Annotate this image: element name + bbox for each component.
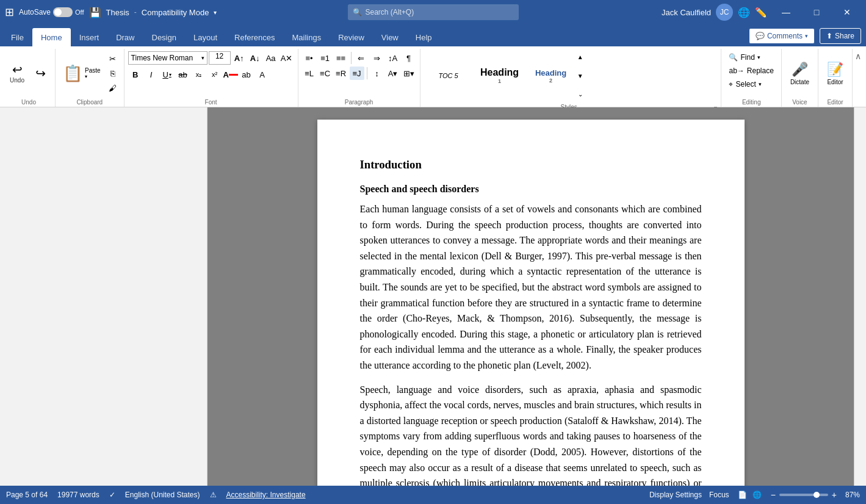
close-button[interactable]: ✕ [833, 0, 861, 24]
tab-home[interactable]: Home [32, 28, 71, 46]
tab-design[interactable]: Design [143, 28, 185, 46]
borders-button[interactable]: ⊞▾ [402, 67, 416, 80]
change-case-button[interactable]: Aa [264, 51, 278, 65]
italic-button[interactable]: I [144, 68, 159, 81]
style-heading1[interactable]: Heading 1 [475, 54, 524, 98]
tab-file[interactable]: File [2, 28, 32, 46]
globe-icon[interactable]: 🌐 [738, 7, 750, 18]
find-icon: 🔍 [729, 53, 738, 62]
comments-button[interactable]: 💬 Comments ▾ [749, 28, 815, 44]
pen-icon[interactable]: ✏️ [755, 7, 767, 18]
find-button[interactable]: 🔍 Find ▾ [725, 51, 763, 63]
redo-button[interactable]: ↩ [29, 65, 51, 82]
minimize-button[interactable]: — [772, 0, 800, 24]
focus-button[interactable]: Focus [709, 491, 729, 499]
font-size-selector[interactable]: 12 [209, 51, 231, 65]
decrease-indent-button[interactable]: ⇐ [354, 51, 369, 65]
strikethrough-button[interactable]: ab [176, 68, 190, 81]
font-name-dropdown[interactable]: ▾ [201, 55, 204, 61]
text-color-button[interactable]: A [255, 68, 270, 81]
comments-dropdown[interactable]: ▾ [805, 33, 808, 39]
subscript-button[interactable]: x₂ [192, 68, 206, 81]
increase-font-button[interactable]: A↑ [232, 51, 247, 65]
tab-mailings[interactable]: Mailings [284, 28, 330, 46]
sort-button[interactable]: ↕A [386, 51, 400, 65]
zoom-slider[interactable] [779, 494, 828, 496]
styles-scroll-arrows[interactable]: ▲ ▼ ⌄ [576, 51, 585, 100]
show-formatting-button[interactable]: ¶ [402, 51, 416, 65]
select-dropdown[interactable]: ▾ [759, 81, 762, 87]
editor-label: Editor [827, 79, 843, 85]
paragraph-1: Each human language consists of a set of… [360, 201, 702, 373]
paragraph-2: Speech, language and voice disorders, su… [360, 382, 702, 486]
copy-button[interactable]: ⎘ [106, 67, 120, 80]
document-area[interactable]: Introduction Speech and speech disorders… [207, 107, 854, 486]
justify-button[interactable]: ≡J [350, 67, 364, 80]
align-left-button[interactable]: ≡L [302, 67, 317, 80]
zoom-out-button[interactable]: − [771, 490, 776, 500]
user-avatar[interactable]: JC [716, 4, 733, 21]
increase-indent-button[interactable]: ⇒ [370, 51, 384, 65]
zoom-in-button[interactable]: + [832, 490, 837, 500]
styles-expand-icon[interactable]: ⌄ [578, 91, 583, 98]
print-layout-button[interactable]: 📄 [737, 489, 749, 501]
paste-dropdown[interactable]: ▾ [85, 74, 101, 79]
decrease-font-button[interactable]: A↓ [248, 51, 262, 65]
tab-draw[interactable]: Draw [107, 28, 143, 46]
numbered-list-button[interactable]: ≡1 [318, 51, 333, 65]
scroll-down-icon[interactable]: ▼ [577, 73, 583, 79]
style-toc5[interactable]: TOC 5 [424, 54, 473, 98]
right-panel [854, 107, 866, 486]
format-painter-button[interactable]: 🖌 [106, 81, 120, 95]
app-grid-icon[interactable]: ⊞ [5, 5, 14, 19]
multilevel-list-button[interactable]: ≡≡ [334, 51, 348, 65]
save-icon[interactable]: 💾 [89, 7, 101, 18]
clear-format-button[interactable]: A✕ [280, 51, 294, 65]
select-button[interactable]: ⌖ Select ▾ [725, 78, 765, 90]
undo-button[interactable]: ↩ Undo [6, 61, 28, 86]
select-icon: ⌖ [729, 80, 733, 88]
highlight-button[interactable]: ab [239, 68, 254, 81]
search-placeholder: Search (Alt+Q) [366, 8, 414, 16]
scroll-up-icon[interactable]: ▲ [577, 54, 583, 60]
sidebar [0, 107, 207, 486]
ribbon-collapse[interactable]: ∧ [853, 49, 864, 107]
tab-review[interactable]: Review [330, 28, 373, 46]
web-layout-button[interactable]: 🌐 [751, 489, 763, 501]
superscript-button[interactable]: x² [207, 68, 222, 81]
document-page: Introduction Speech and speech disorders… [317, 120, 745, 486]
undo-label: Undo [10, 77, 24, 84]
restore-button[interactable]: □ [803, 0, 831, 24]
tab-layout[interactable]: Layout [185, 28, 226, 46]
share-button[interactable]: ⬆ Share [820, 28, 861, 44]
bold-button[interactable]: B [128, 68, 143, 81]
align-center-button[interactable]: ≡C [318, 67, 333, 80]
bullets-button[interactable]: ≡• [302, 51, 317, 65]
paste-icon: 📋 [63, 64, 82, 83]
autosave-control[interactable]: AutoSave Off [19, 7, 84, 17]
underline-button[interactable]: U▾ [160, 68, 175, 81]
tab-view[interactable]: View [373, 28, 407, 46]
style-heading2[interactable]: Heading 2 [527, 54, 576, 98]
align-right-button[interactable]: ≡R [334, 67, 348, 80]
editor-button[interactable]: 📝 Editor [822, 59, 848, 88]
zoom-percent[interactable]: 87% [840, 491, 860, 499]
search-box[interactable]: 🔍 Search (Alt+Q) [348, 4, 519, 20]
tab-references[interactable]: References [226, 28, 283, 46]
display-settings-button[interactable]: Display Settings [649, 491, 702, 499]
dictate-button[interactable]: 🎤 Dictate [785, 59, 814, 88]
autosave-toggle[interactable] [53, 7, 73, 17]
line-spacing-button[interactable]: ↕ [370, 67, 384, 80]
accessibility-label[interactable]: Accessibility: Investigate [226, 491, 306, 499]
paste-button[interactable]: 📋 Paste ▾ [59, 62, 104, 85]
tab-help[interactable]: Help [407, 28, 441, 46]
shading-button[interactable]: A▾ [386, 67, 400, 80]
cut-button[interactable]: ✂ [106, 52, 120, 65]
font-name-selector[interactable]: Times New Roman ▾ [128, 51, 207, 65]
find-dropdown[interactable]: ▾ [757, 54, 760, 60]
replace-button[interactable]: ab→ Replace [725, 65, 777, 77]
font-color-button[interactable]: A [223, 68, 238, 81]
dropdown-arrow[interactable]: ▾ [214, 9, 217, 16]
accessibility-icon[interactable]: ⚠ [210, 491, 217, 499]
tab-insert[interactable]: Insert [71, 28, 108, 46]
